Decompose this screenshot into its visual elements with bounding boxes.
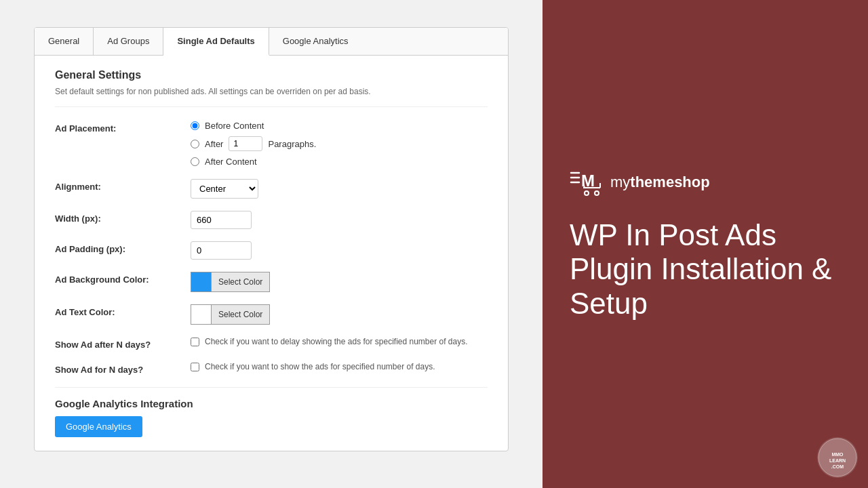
show-for-n-days-desc: Check if you want to show the ads for sp… (205, 362, 435, 371)
svg-text:LEARN: LEARN (829, 458, 846, 463)
show-for-n-days-row: Show Ad for N days? Check if you want to… (55, 362, 488, 375)
show-after-n-days-checkbox-item[interactable]: Check if you want to delay showing the a… (191, 337, 488, 346)
svg-point-4 (585, 191, 589, 195)
placement-before-radio[interactable] (191, 121, 199, 130)
google-analytics-title: Google Analytics Integration (55, 387, 488, 409)
placement-after-content-radio[interactable] (191, 157, 199, 166)
svg-point-5 (595, 191, 599, 195)
width-label: Width (px): (55, 211, 191, 224)
show-for-n-days-label: Show Ad for N days? (55, 362, 191, 375)
placement-after-content[interactable]: After Content (191, 157, 488, 167)
placement-after-radio[interactable] (191, 140, 199, 148)
tab-ad-groups[interactable]: Ad Groups (94, 28, 163, 55)
svg-text:M: M (581, 171, 595, 190)
text-color-swatch (191, 304, 211, 325)
google-analytics-section: Google Analytics Integration Google Anal… (55, 387, 488, 437)
brand-logo: M mythemeshop (570, 167, 710, 198)
ad-padding-input[interactable] (191, 241, 252, 260)
tab-general[interactable]: General (35, 28, 94, 55)
brand-name-bold: themeshop (630, 174, 709, 190)
paragraphs-label: Paragraphs. (268, 139, 316, 149)
placement-after-content-label: After Content (205, 157, 257, 167)
show-for-n-days-checkbox-item[interactable]: Check if you want to show the ads for sp… (191, 362, 488, 371)
tab-single-ad-defaults[interactable]: Single Ad Defaults (163, 28, 269, 56)
tabs-bar: General Ad Groups Single Ad Defaults Goo… (35, 28, 508, 56)
placement-after[interactable]: After Paragraphs. (191, 136, 488, 151)
left-panel: General Ad Groups Single Ad Defaults Goo… (0, 0, 542, 488)
svg-point-9 (818, 439, 856, 476)
section-desc: Set default settings for non published a… (55, 87, 488, 107)
paragraphs-input[interactable] (229, 136, 262, 151)
show-after-n-days-desc: Check if you want to delay showing the a… (205, 337, 468, 346)
bg-color-value: Select Color (191, 272, 488, 292)
bg-color-picker[interactable]: Select Color (191, 272, 488, 292)
google-analytics-button[interactable]: Google Analytics (55, 416, 142, 437)
ad-padding-value (191, 241, 488, 260)
bg-color-swatch (191, 272, 211, 292)
text-color-label: Ad Text Color: (55, 304, 191, 317)
svg-text:MMO: MMO (831, 452, 844, 457)
placement-after-label: After (205, 139, 223, 149)
show-for-n-days-value: Check if you want to show the ads for sp… (191, 362, 488, 371)
width-value (191, 211, 488, 229)
bg-color-row: Ad Background Color: Select Color (55, 272, 488, 292)
settings-content: General Settings Set default settings fo… (35, 56, 508, 451)
alignment-row: Alignment: Center Left Right (55, 179, 488, 199)
text-color-row: Ad Text Color: Select Color (55, 304, 488, 325)
bg-color-label: Ad Background Color: (55, 272, 191, 285)
svg-text:.COM: .COM (831, 464, 844, 469)
placement-before-label: Before Content (205, 121, 264, 131)
ad-placement-label: Ad Placement: (55, 121, 191, 134)
alignment-select[interactable]: Center Left Right (191, 179, 258, 199)
ad-padding-label: Ad Padding (px): (55, 241, 191, 254)
tab-google-analytics[interactable]: Google Analytics (269, 28, 362, 55)
placement-before-content[interactable]: Before Content (191, 121, 488, 131)
width-input[interactable] (191, 211, 252, 229)
settings-box: General Ad Groups Single Ad Defaults Goo… (34, 27, 509, 451)
cart-icon: M (570, 167, 604, 198)
ad-placement-value: Before Content After Paragraphs. After C… (191, 121, 488, 167)
brand-name: mythemeshop (610, 174, 710, 191)
show-after-n-days-label: Show Ad after N days? (55, 337, 191, 350)
show-after-n-days-checkbox[interactable] (191, 338, 199, 346)
watermark: MMO LEARN .COM (817, 437, 858, 478)
bg-color-select-btn[interactable]: Select Color (211, 272, 270, 292)
placement-radio-group: Before Content After Paragraphs. After C… (191, 121, 488, 167)
ad-placement-row: Ad Placement: Before Content After Parag… (55, 121, 488, 167)
show-after-n-days-value: Check if you want to delay showing the a… (191, 337, 488, 346)
width-row: Width (px): (55, 211, 488, 229)
alignment-label: Alignment: (55, 179, 191, 192)
right-panel: M mythemeshop WP In Post Ads Plugin Inst… (542, 0, 868, 488)
alignment-value: Center Left Right (191, 179, 488, 199)
show-after-n-days-row: Show Ad after N days? Check if you want … (55, 337, 488, 350)
text-color-value: Select Color (191, 304, 488, 325)
ad-padding-row: Ad Padding (px): (55, 241, 488, 260)
brand-name-light: my (610, 174, 630, 190)
brand-tagline: WP In Post Ads Plugin Installation & Set… (570, 218, 841, 321)
text-color-select-btn[interactable]: Select Color (211, 304, 270, 325)
show-for-n-days-checkbox[interactable] (191, 363, 199, 371)
section-title: General Settings (55, 69, 488, 81)
text-color-picker[interactable]: Select Color (191, 304, 488, 325)
